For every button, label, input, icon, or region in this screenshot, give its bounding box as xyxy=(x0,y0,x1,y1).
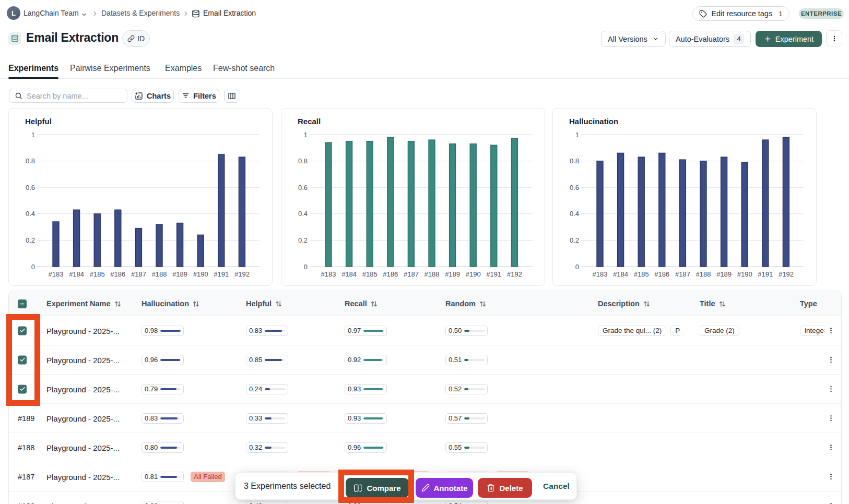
svg-text:#190: #190 xyxy=(193,270,208,278)
svg-text:0.4: 0.4 xyxy=(26,210,35,218)
svg-text:#189: #189 xyxy=(716,270,732,278)
svg-text:#190: #190 xyxy=(466,270,481,278)
svg-text:0.4: 0.4 xyxy=(298,210,308,218)
svg-text:#185: #185 xyxy=(362,270,378,278)
svg-text:0.8: 0.8 xyxy=(298,157,308,165)
svg-text:#190: #190 xyxy=(737,270,752,278)
svg-text:#188: #188 xyxy=(424,270,440,278)
svg-text:#186: #186 xyxy=(110,270,125,278)
svg-text:0: 0 xyxy=(575,263,579,271)
svg-text:0.6: 0.6 xyxy=(298,184,308,191)
svg-text:#188: #188 xyxy=(152,270,167,278)
svg-text:0: 0 xyxy=(304,263,308,271)
svg-text:0.8: 0.8 xyxy=(26,157,35,165)
svg-text:#184: #184 xyxy=(613,270,628,278)
svg-text:#189: #189 xyxy=(445,270,460,278)
svg-text:#191: #191 xyxy=(486,270,501,278)
svg-text:#192: #192 xyxy=(234,270,250,278)
svg-text:0.6: 0.6 xyxy=(26,184,35,191)
svg-text:0.2: 0.2 xyxy=(26,236,35,244)
svg-text:#183: #183 xyxy=(321,270,336,278)
svg-text:#184: #184 xyxy=(341,270,357,278)
svg-text:#186: #186 xyxy=(383,270,398,278)
svg-text:#187: #187 xyxy=(675,270,690,278)
svg-text:1: 1 xyxy=(31,131,35,139)
svg-text:#187: #187 xyxy=(404,270,419,278)
svg-text:#191: #191 xyxy=(214,270,229,278)
svg-text:#191: #191 xyxy=(758,270,773,278)
svg-text:0.2: 0.2 xyxy=(298,236,308,244)
svg-text:#188: #188 xyxy=(696,270,711,278)
svg-text:0.8: 0.8 xyxy=(570,157,579,165)
svg-text:#187: #187 xyxy=(131,270,146,278)
svg-text:0.2: 0.2 xyxy=(570,236,579,244)
svg-text:#192: #192 xyxy=(507,270,522,278)
svg-text:1: 1 xyxy=(575,131,579,139)
svg-text:0.6: 0.6 xyxy=(570,184,579,191)
svg-text:#185: #185 xyxy=(634,270,649,278)
svg-text:#192: #192 xyxy=(779,270,794,278)
svg-text:1: 1 xyxy=(304,131,308,139)
svg-text:#185: #185 xyxy=(90,270,105,278)
svg-text:0.4: 0.4 xyxy=(570,210,579,218)
svg-text:#184: #184 xyxy=(69,270,84,278)
svg-text:#183: #183 xyxy=(49,270,64,278)
svg-text:#183: #183 xyxy=(593,270,608,278)
svg-text:#189: #189 xyxy=(172,270,187,278)
svg-text:0: 0 xyxy=(31,263,35,271)
svg-text:#186: #186 xyxy=(654,270,669,278)
